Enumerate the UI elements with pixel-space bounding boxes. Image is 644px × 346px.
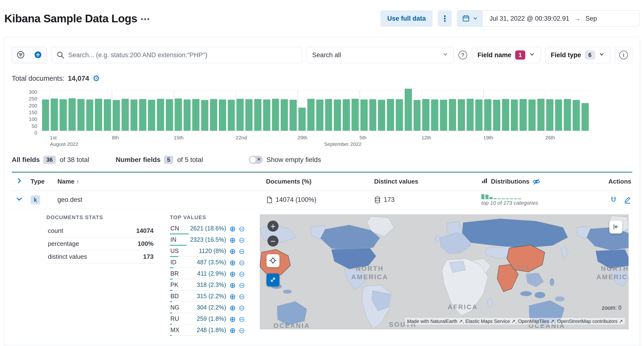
filter-out-value-button[interactable]: ⊖ xyxy=(238,236,245,244)
histogram-bar[interactable] xyxy=(440,100,447,131)
histogram-bar[interactable] xyxy=(484,99,492,131)
filter-for-value-button[interactable]: ⊕ xyxy=(230,293,236,300)
header-distinct-values[interactable]: Distinct values xyxy=(374,178,481,185)
field-name-filter-button[interactable]: Field name 1 xyxy=(472,47,540,63)
map-attribution[interactable]: Made with NaturalEarth ↗, Elastic Maps S… xyxy=(405,318,625,324)
use-full-data-button[interactable]: Use full data xyxy=(380,10,432,27)
show-empty-fields-toggle[interactable]: × xyxy=(249,156,263,164)
filter-out-value-button[interactable]: ⊖ xyxy=(238,282,245,289)
histogram-bar[interactable] xyxy=(272,99,279,131)
histogram-bar[interactable] xyxy=(157,99,164,131)
histogram-bar[interactable] xyxy=(201,100,208,131)
header-documents[interactable]: Documents (%) xyxy=(266,178,374,185)
histogram-bar[interactable] xyxy=(546,99,554,131)
histogram-bar[interactable] xyxy=(369,99,376,131)
histogram-bar[interactable] xyxy=(298,108,306,131)
eye-slash-icon[interactable] xyxy=(532,178,540,185)
histogram-bar[interactable] xyxy=(95,99,102,131)
histogram-bar[interactable] xyxy=(42,100,49,131)
filter-for-value-button[interactable]: ⊕ xyxy=(230,270,236,278)
filter-out-value-button[interactable]: ⊖ xyxy=(238,327,245,334)
zoom-in-button[interactable]: + xyxy=(268,220,278,232)
histogram-bar[interactable] xyxy=(334,100,341,131)
histogram-bar[interactable] xyxy=(431,100,438,131)
info-button[interactable]: i xyxy=(615,47,632,63)
histogram-bar[interactable] xyxy=(378,100,385,131)
histogram-bar[interactable] xyxy=(263,100,270,131)
histogram-bar[interactable] xyxy=(449,99,456,131)
histogram-bar[interactable] xyxy=(104,99,111,131)
histogram-bar[interactable] xyxy=(307,99,314,131)
histogram-bar[interactable] xyxy=(78,99,84,131)
histogram-bar[interactable] xyxy=(139,99,146,131)
histogram-bar[interactable] xyxy=(502,99,509,131)
histogram-bar[interactable] xyxy=(122,99,129,131)
histogram-bar[interactable] xyxy=(316,100,324,131)
histogram-bar[interactable] xyxy=(60,99,67,131)
histogram-bar[interactable] xyxy=(236,99,244,131)
quick-select-date-button[interactable] xyxy=(457,10,483,26)
histogram-bar[interactable] xyxy=(537,99,544,131)
filter-out-value-button[interactable]: ⊖ xyxy=(238,225,245,232)
histogram-bar[interactable] xyxy=(387,99,394,131)
filter-for-value-button[interactable]: ⊕ xyxy=(230,225,236,232)
histogram-bar[interactable] xyxy=(325,99,332,131)
histogram-bar[interactable] xyxy=(555,100,562,131)
filter-for-value-button[interactable]: ⊕ xyxy=(230,282,236,289)
search-input[interactable] xyxy=(52,47,302,63)
filter-for-value-button[interactable]: ⊕ xyxy=(230,327,236,334)
histogram-bar[interactable] xyxy=(475,100,482,131)
histogram-bar[interactable] xyxy=(175,98,182,131)
filter-out-value-button[interactable]: ⊖ xyxy=(238,316,245,323)
histogram-bar[interactable] xyxy=(113,100,120,131)
header-type[interactable]: Type xyxy=(30,178,58,185)
field-row-geo-dest[interactable]: k geo.dest 14074 (100%) 173 top 10 of 17… xyxy=(12,191,632,209)
filter-out-value-button[interactable]: ⊖ xyxy=(238,293,245,300)
histogram-bar[interactable] xyxy=(281,99,288,131)
magnet-icon[interactable] xyxy=(610,196,617,204)
date-start[interactable]: Jul 31, 2022 @ 00:39:02.91 xyxy=(490,15,569,22)
filter-out-value-button[interactable]: ⊖ xyxy=(238,248,245,255)
histogram-bar[interactable] xyxy=(520,99,527,131)
histogram-bar[interactable] xyxy=(582,103,589,131)
histogram-bar[interactable] xyxy=(86,100,94,131)
filter-for-value-button[interactable]: ⊕ xyxy=(230,236,236,244)
set-view-button[interactable] xyxy=(266,254,280,267)
boxes-horizontal-icon[interactable] xyxy=(141,18,149,20)
filter-out-value-button[interactable]: ⊖ xyxy=(238,259,245,266)
histogram-bar[interactable] xyxy=(130,100,138,131)
histogram-bar[interactable] xyxy=(290,100,297,131)
histogram-bar[interactable] xyxy=(528,100,536,131)
filter-for-value-button[interactable]: ⊕ xyxy=(230,316,236,323)
gear-icon[interactable]: ⚙ xyxy=(92,74,100,83)
histogram-bar[interactable] xyxy=(405,89,412,131)
histogram-bar[interactable] xyxy=(192,99,200,131)
histogram-bar[interactable] xyxy=(166,99,173,131)
histogram-bar[interactable] xyxy=(343,99,350,131)
histogram-bar[interactable] xyxy=(51,98,58,131)
date-range-display[interactable]: Jul 31, 2022 @ 00:39:02.91 → Sep xyxy=(483,10,604,26)
histogram-bar[interactable] xyxy=(148,100,155,131)
histogram-bar[interactable] xyxy=(573,100,580,131)
histogram-bar[interactable] xyxy=(360,100,368,131)
field-type-filter-button[interactable]: Field type 6 xyxy=(545,47,610,63)
histogram-bar[interactable] xyxy=(414,100,421,131)
histogram-bar[interactable] xyxy=(564,99,571,131)
show-empty-fields-label[interactable]: Show empty fields xyxy=(266,156,321,164)
header-name[interactable]: Name↑ xyxy=(58,178,266,185)
search-scope-select[interactable]: Search all xyxy=(306,47,454,63)
filter-for-value-button[interactable]: ⊕ xyxy=(230,304,236,312)
zoom-out-button[interactable]: − xyxy=(268,236,278,246)
expand-all-button[interactable] xyxy=(12,177,30,186)
histogram-bar[interactable] xyxy=(254,99,262,131)
histogram-bar[interactable] xyxy=(228,100,235,131)
vertical-dots-button[interactable]: ⋮ xyxy=(438,10,452,27)
histogram-bar[interactable] xyxy=(493,100,500,131)
histogram-bar[interactable] xyxy=(245,99,252,131)
add-filter-button[interactable] xyxy=(29,47,46,63)
histogram-bar[interactable] xyxy=(352,99,359,131)
filter-for-value-button[interactable]: ⊕ xyxy=(230,259,236,266)
histogram-bar[interactable] xyxy=(184,100,191,131)
filter-for-value-button[interactable]: ⊕ xyxy=(230,248,236,255)
filter-out-value-button[interactable]: ⊖ xyxy=(238,304,245,312)
